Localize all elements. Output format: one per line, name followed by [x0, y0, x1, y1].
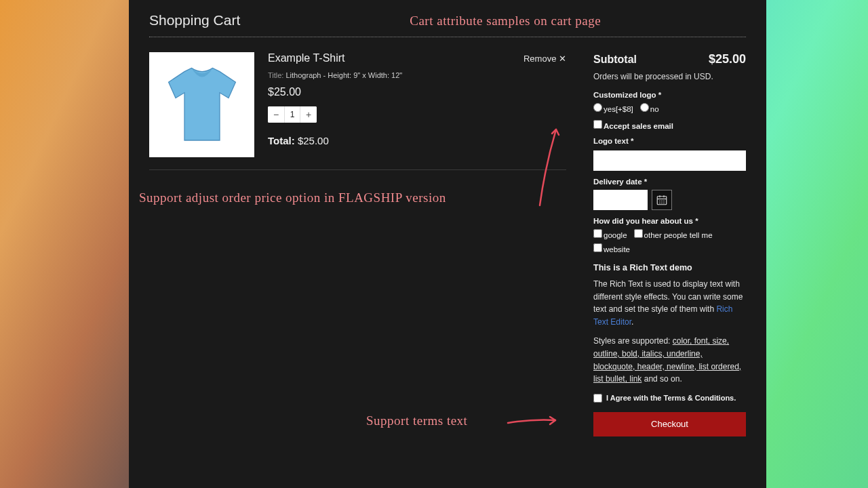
- calendar-icon: [656, 194, 668, 206]
- qty-decrease-button[interactable]: −: [268, 106, 284, 123]
- annotation-mid: Support adjust order price option in FLA…: [139, 190, 556, 205]
- svg-point-9: [663, 203, 665, 204]
- checkout-button[interactable]: Checkout: [593, 412, 746, 436]
- subtotal-amount: $25.00: [709, 52, 746, 66]
- logo-text-input[interactable]: [593, 150, 746, 171]
- hear-about-label: How did you hear about us *: [593, 217, 746, 225]
- accept-sales-checkbox[interactable]: Accept sales email: [593, 120, 673, 130]
- quantity-stepper: − 1 +: [268, 106, 317, 123]
- product-variant: Title: Lithograph - Height: 9" x Width: …: [268, 71, 566, 79]
- annotation-bottom: Support terms text: [366, 413, 467, 428]
- cart-item: Example T-Shirt Remove ✕ Title: Lithogra…: [149, 52, 566, 170]
- product-title: Example T-Shirt: [268, 52, 345, 64]
- rich-text-p2: Styles are supported: color, font, size,…: [593, 335, 746, 385]
- hear-opt-website[interactable]: website: [593, 243, 630, 253]
- product-price: $25.00: [268, 86, 566, 98]
- svg-point-6: [663, 201, 665, 202]
- tshirt-icon: [158, 61, 246, 149]
- delivery-date-label: Delivery date *: [593, 178, 746, 186]
- cart-items-column: Example T-Shirt Remove ✕ Title: Lithogra…: [149, 52, 566, 436]
- terms-label: I Agree with the Terms & Conditions.: [606, 394, 736, 402]
- subtotal-label: Subtotal: [593, 54, 637, 66]
- radio-no[interactable]: no: [640, 103, 659, 113]
- calendar-button[interactable]: [652, 190, 672, 210]
- hear-opt-other[interactable]: other people tell me: [634, 229, 713, 239]
- remove-button[interactable]: Remove ✕: [524, 54, 566, 64]
- rich-text-p1: The Rich Text is used to display text wi…: [593, 278, 746, 328]
- qty-value: 1: [284, 106, 300, 123]
- svg-point-4: [659, 201, 660, 202]
- product-thumbnail: [149, 52, 254, 157]
- annotation-top: Cart attribute samples on cart page: [410, 14, 601, 28]
- cart-panel: Shopping Cart Cart attribute samples on …: [129, 0, 766, 488]
- terms-checkbox[interactable]: [593, 394, 602, 403]
- currency-note: Orders will be processed in USD.: [593, 72, 746, 81]
- svg-point-8: [661, 203, 663, 204]
- qty-increase-button[interactable]: +: [300, 106, 317, 123]
- divider: [149, 37, 746, 37]
- svg-point-5: [661, 201, 663, 202]
- page-title: Shopping Cart: [149, 12, 240, 28]
- custom-logo-label: Customized logo *: [593, 91, 746, 99]
- rich-text-title: This is a Rich Text demo: [593, 263, 746, 272]
- hear-opt-google[interactable]: google: [593, 229, 627, 239]
- line-total: Total: $25.00: [268, 135, 566, 146]
- radio-yes[interactable]: yes[+$8]: [593, 103, 633, 113]
- sidebar-column: Subtotal $25.00 Orders will be processed…: [593, 52, 746, 436]
- logo-text-label: Logo text *: [593, 137, 746, 145]
- delivery-date-input[interactable]: [593, 190, 648, 210]
- svg-point-7: [659, 203, 660, 204]
